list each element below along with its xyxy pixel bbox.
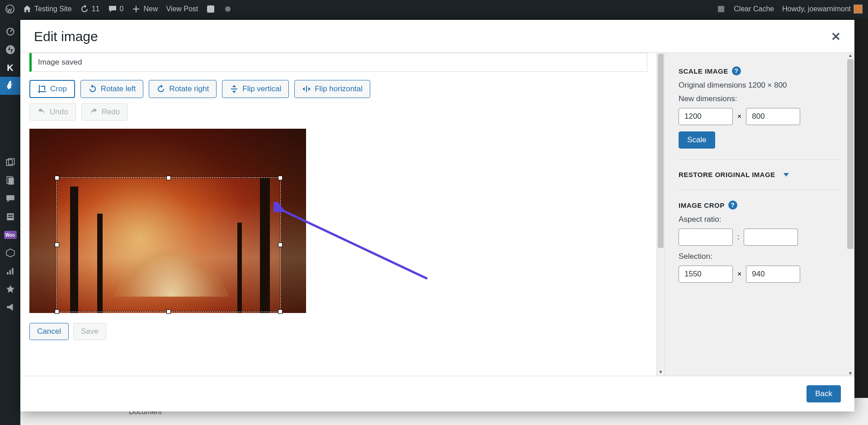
svg-rect-14 <box>9 270 10 275</box>
site-name-label: Testing Site <box>34 5 72 13</box>
scale-button[interactable]: Scale <box>679 131 715 149</box>
kinsta-icon[interactable]: K <box>0 59 20 77</box>
status-dot[interactable] <box>223 5 232 14</box>
woo-icon[interactable]: Woo <box>4 231 17 239</box>
marketing-icon[interactable] <box>0 298 20 316</box>
comments-count: 0 <box>120 5 124 13</box>
account[interactable]: Howdy, joewarnimont <box>782 5 863 14</box>
crop-heading: IMAGE CROP ? <box>679 201 841 210</box>
analytics-icon[interactable] <box>0 262 20 280</box>
dashboard-icon[interactable] <box>0 23 20 41</box>
star-icon[interactable] <box>0 280 20 298</box>
redo-icon <box>89 107 98 117</box>
main-scrollbar[interactable]: ▲ ▼ <box>656 53 665 376</box>
posts-icon[interactable] <box>0 77 20 95</box>
chevron-down-icon <box>783 173 789 177</box>
aspect-ratio-label: Aspect ratio: <box>679 215 841 224</box>
flip-horizontal-icon <box>302 84 311 93</box>
flip-horizontal-button[interactable]: Flip horizontal <box>294 80 370 98</box>
jetpack-icon[interactable] <box>0 41 20 59</box>
rotate-left-icon <box>88 84 97 93</box>
times-label-2: × <box>737 270 741 278</box>
notification-icon[interactable] <box>717 5 726 14</box>
modal-title: Edit image <box>34 29 98 44</box>
undo-icon <box>37 107 46 117</box>
forms-icon[interactable] <box>0 208 20 226</box>
view-post[interactable]: View Post <box>166 5 198 13</box>
avatar <box>854 5 863 14</box>
crop-handle-nw[interactable] <box>55 176 59 180</box>
modal-header: Edit image ✕ <box>20 20 854 53</box>
svg-rect-9 <box>8 177 14 184</box>
svg-rect-15 <box>12 268 13 274</box>
admin-bar: Testing Site 11 0 New View Post Clear Ca… <box>0 0 868 18</box>
selection-height-input[interactable] <box>746 266 800 283</box>
comments[interactable]: 0 <box>108 5 124 14</box>
scale-height-input[interactable] <box>746 108 800 125</box>
plus-icon <box>132 5 141 14</box>
updates-count: 11 <box>92 5 100 13</box>
cancel-button[interactable]: Cancel <box>29 323 69 340</box>
scale-heading: SCALE IMAGE ? <box>679 66 841 75</box>
pages-icon[interactable] <box>0 172 20 190</box>
aspect-height-input[interactable] <box>744 229 798 246</box>
refresh-icon <box>80 5 89 14</box>
new-label: New <box>143 5 158 13</box>
original-dimensions: Original dimensions 1200 × 800 <box>679 81 841 90</box>
svg-rect-3 <box>718 6 724 12</box>
crop-handle-s[interactable] <box>166 309 171 314</box>
clear-cache[interactable]: Clear Cache <box>734 5 774 13</box>
restore-heading[interactable]: RESTORE ORIGINAL IMAGE <box>679 171 841 178</box>
panel-scrollbar[interactable]: ▲ ▼ <box>846 53 854 376</box>
notice-saved: Image saved <box>29 53 647 72</box>
image-preview[interactable] <box>29 129 306 313</box>
yoast-icon[interactable] <box>206 5 215 14</box>
help-icon[interactable]: ? <box>732 66 741 75</box>
crop-button[interactable]: Crop <box>29 80 75 98</box>
scale-width-input[interactable] <box>679 108 733 125</box>
new-content[interactable]: New <box>132 5 158 14</box>
help-icon[interactable]: ? <box>728 201 737 210</box>
rotate-left-button[interactable]: Rotate left <box>80 80 144 98</box>
svg-rect-12 <box>8 217 13 218</box>
site-name[interactable]: Testing Site <box>23 5 72 14</box>
rotate-right-button[interactable]: Rotate right <box>149 80 217 98</box>
svg-point-2 <box>225 6 231 12</box>
media-icon[interactable] <box>0 154 20 172</box>
panel-scrollbar-thumb[interactable] <box>847 59 854 249</box>
comment-icon <box>108 5 117 14</box>
selection-width-input[interactable] <box>679 266 733 283</box>
crop-handle-w[interactable] <box>55 243 59 247</box>
svg-point-5 <box>6 45 15 54</box>
flip-vertical-button[interactable]: Flip vertical <box>222 80 289 98</box>
crop-handle-n[interactable] <box>166 176 171 180</box>
svg-rect-13 <box>7 272 8 275</box>
close-icon[interactable]: ✕ <box>831 30 841 44</box>
edit-image-modal: Edit image ✕ Image saved Crop Rotate lef… <box>20 20 854 411</box>
crop-handle-sw[interactable] <box>55 309 59 314</box>
wp-logo[interactable] <box>5 5 14 14</box>
scrollbar-thumb[interactable] <box>658 54 664 248</box>
new-dimensions-label: New dimensions: <box>679 94 841 103</box>
save-button[interactable]: Save <box>73 323 106 340</box>
svg-rect-1 <box>207 5 214 13</box>
crop-handle-ne[interactable] <box>278 176 283 180</box>
products-icon[interactable] <box>0 244 20 262</box>
wp-admin-sidebar: K Woo <box>0 18 20 425</box>
back-button[interactable]: Back <box>807 385 841 402</box>
crop-handle-e[interactable] <box>278 243 283 247</box>
edit-toolbar: Crop Rotate left Rotate right Flip verti… <box>29 80 647 98</box>
aspect-width-input[interactable] <box>679 229 733 246</box>
flip-vertical-icon <box>230 84 239 93</box>
comments-menu-icon[interactable] <box>0 190 20 208</box>
undo-button[interactable]: Undo <box>29 103 76 121</box>
updates[interactable]: 11 <box>80 5 100 14</box>
home-icon <box>23 5 32 14</box>
times-label: × <box>737 112 741 121</box>
crop-selection[interactable] <box>57 177 281 312</box>
crop-handle-se[interactable] <box>278 309 283 314</box>
settings-panel: SCALE IMAGE ? Original dimensions 1200 ×… <box>665 53 854 376</box>
redo-button[interactable]: Redo <box>81 103 128 121</box>
howdy-text: Howdy, joewarnimont <box>782 5 851 13</box>
crop-icon <box>38 84 47 93</box>
